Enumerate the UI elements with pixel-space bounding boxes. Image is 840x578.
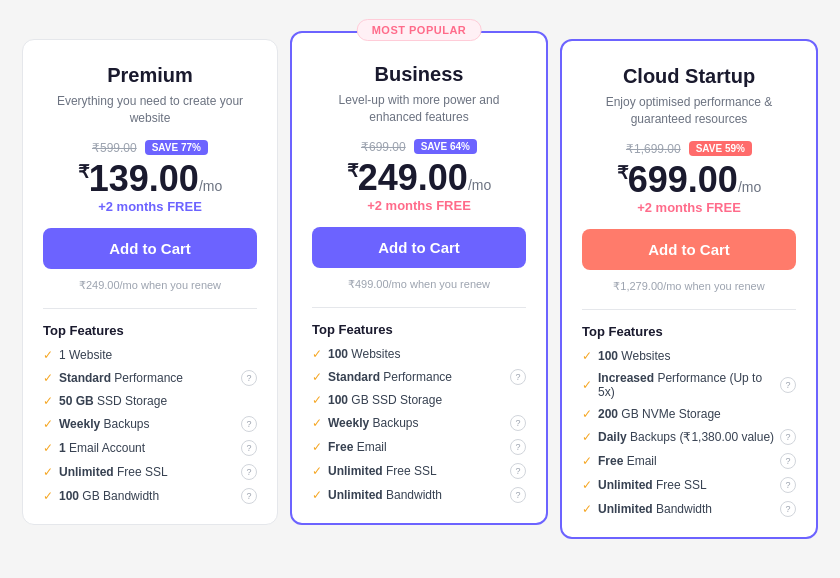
check-icon: ✓: [582, 454, 592, 468]
features-title-cloud: Top Features: [582, 324, 796, 339]
feature-text: Free Email: [598, 454, 657, 468]
currency-symbol: ₹: [78, 162, 89, 182]
info-icon[interactable]: ?: [241, 464, 257, 480]
pricing-container: PremiumEverything you need to create you…: [16, 31, 824, 548]
check-icon: ✓: [43, 489, 53, 503]
add-to-cart-button-premium[interactable]: Add to Cart: [43, 228, 257, 269]
info-icon[interactable]: ?: [510, 415, 526, 431]
original-price-business: ₹699.00: [361, 140, 406, 154]
feature-text: 1 Website: [59, 348, 112, 362]
feature-left: ✓ 100 GB Bandwidth: [43, 489, 159, 503]
feature-left: ✓ 50 GB SSD Storage: [43, 394, 167, 408]
info-icon[interactable]: ?: [780, 429, 796, 445]
feature-item: ✓ 50 GB SSD Storage: [43, 394, 257, 408]
check-icon: ✓: [43, 371, 53, 385]
free-months-cloud: +2 months FREE: [582, 200, 796, 215]
check-icon: ✓: [43, 417, 53, 431]
feature-text: 100 Websites: [598, 349, 671, 363]
info-icon[interactable]: ?: [510, 487, 526, 503]
check-icon: ✓: [582, 430, 592, 444]
divider-business: [312, 307, 526, 308]
feature-left: ✓ 100 Websites: [312, 347, 401, 361]
feature-left: ✓ Weekly Backups: [43, 417, 150, 431]
feature-list-cloud: ✓ 100 Websites ✓ Increased Performance (…: [582, 349, 796, 517]
add-to-cart-button-business[interactable]: Add to Cart: [312, 227, 526, 268]
feature-text: Unlimited Bandwidth: [598, 502, 712, 516]
card-subtitle-cloud: Enjoy optimised performance & guaranteed…: [582, 94, 796, 128]
card-title-premium: Premium: [43, 64, 257, 87]
pricing-card-business: MOST POPULARBusinessLevel-up with more p…: [290, 31, 548, 526]
currency-symbol: ₹: [617, 163, 628, 183]
pricing-meta-cloud: ₹1,699.00 SAVE 59%: [582, 141, 796, 156]
info-icon[interactable]: ?: [241, 416, 257, 432]
info-icon[interactable]: ?: [510, 369, 526, 385]
check-icon: ✓: [582, 349, 592, 363]
info-icon[interactable]: ?: [780, 377, 796, 393]
free-months-business: +2 months FREE: [312, 198, 526, 213]
feature-item: ✓ Standard Performance ?: [43, 370, 257, 386]
feature-item: ✓ 100 GB Bandwidth ?: [43, 488, 257, 504]
free-months-premium: +2 months FREE: [43, 199, 257, 214]
info-icon[interactable]: ?: [241, 488, 257, 504]
check-icon: ✓: [312, 393, 322, 407]
feature-item: ✓ Weekly Backups ?: [43, 416, 257, 432]
feature-left: ✓ Daily Backups (₹1,380.00 value): [582, 430, 774, 444]
add-to-cart-button-cloud[interactable]: Add to Cart: [582, 229, 796, 270]
check-icon: ✓: [312, 488, 322, 502]
per-mo: /mo: [199, 178, 222, 194]
feature-item: ✓ Unlimited Free SSL ?: [582, 477, 796, 493]
original-price-premium: ₹599.00: [92, 141, 137, 155]
feature-item: ✓ Unlimited Bandwidth ?: [582, 501, 796, 517]
check-icon: ✓: [43, 394, 53, 408]
feature-left: ✓ Unlimited Free SSL: [582, 478, 707, 492]
info-icon[interactable]: ?: [241, 440, 257, 456]
check-icon: ✓: [312, 370, 322, 384]
feature-left: ✓ Free Email: [312, 440, 387, 454]
save-badge-business: SAVE 64%: [414, 139, 477, 154]
feature-item: ✓ 200 GB NVMe Storage: [582, 407, 796, 421]
feature-left: ✓ Standard Performance: [312, 370, 452, 384]
pricing-meta-business: ₹699.00 SAVE 64%: [312, 139, 526, 154]
feature-text: Increased Performance (Up to 5x): [598, 371, 780, 399]
check-icon: ✓: [312, 416, 322, 430]
check-icon: ✓: [582, 478, 592, 492]
check-icon: ✓: [312, 347, 322, 361]
feature-left: ✓ 200 GB NVMe Storage: [582, 407, 721, 421]
feature-item: ✓ Unlimited Bandwidth ?: [312, 487, 526, 503]
feature-text: Daily Backups (₹1,380.00 value): [598, 430, 774, 444]
feature-text: Unlimited Free SSL: [59, 465, 168, 479]
feature-item: ✓ Increased Performance (Up to 5x) ?: [582, 371, 796, 399]
info-icon[interactable]: ?: [241, 370, 257, 386]
current-price-business: ₹249.00/mo: [312, 160, 526, 196]
feature-item: ✓ 1 Email Account ?: [43, 440, 257, 456]
feature-item: ✓ Free Email ?: [582, 453, 796, 469]
feature-item: ✓ 100 Websites: [312, 347, 526, 361]
info-icon[interactable]: ?: [510, 463, 526, 479]
feature-left: ✓ Standard Performance: [43, 371, 183, 385]
feature-item: ✓ 1 Website: [43, 348, 257, 362]
feature-left: ✓ Free Email: [582, 454, 657, 468]
pricing-card-premium: PremiumEverything you need to create you…: [22, 39, 278, 526]
check-icon: ✓: [43, 441, 53, 455]
info-icon[interactable]: ?: [780, 477, 796, 493]
feature-text: 1 Email Account: [59, 441, 145, 455]
feature-text: 100 GB SSD Storage: [328, 393, 442, 407]
feature-left: ✓ 1 Email Account: [43, 441, 145, 455]
currency-symbol: ₹: [347, 161, 358, 181]
features-title-premium: Top Features: [43, 323, 257, 338]
feature-text: Unlimited Free SSL: [328, 464, 437, 478]
info-icon[interactable]: ?: [780, 501, 796, 517]
most-popular-badge: MOST POPULAR: [357, 19, 482, 41]
info-icon[interactable]: ?: [510, 439, 526, 455]
pricing-card-cloud: Cloud StartupEnjoy optimised performance…: [560, 39, 818, 540]
feature-list-business: ✓ 100 Websites ✓ Standard Performance ? …: [312, 347, 526, 503]
pricing-meta-premium: ₹599.00 SAVE 77%: [43, 140, 257, 155]
info-icon[interactable]: ?: [780, 453, 796, 469]
feature-item: ✓ Unlimited Free SSL ?: [312, 463, 526, 479]
save-badge-cloud: SAVE 59%: [689, 141, 752, 156]
feature-left: ✓ 1 Website: [43, 348, 112, 362]
feature-text: Weekly Backups: [59, 417, 150, 431]
renew-text-cloud: ₹1,279.00/mo when you renew: [582, 280, 796, 293]
feature-item: ✓ Unlimited Free SSL ?: [43, 464, 257, 480]
feature-text: 100 GB Bandwidth: [59, 489, 159, 503]
